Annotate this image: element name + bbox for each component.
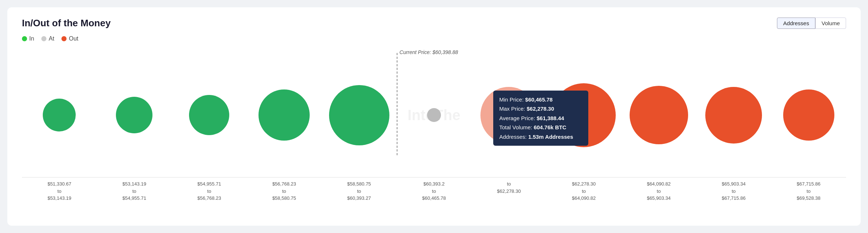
x-label-5-to-word: to xyxy=(397,188,472,195)
tooltip-vol-label: Total Volume: xyxy=(499,124,532,130)
x-label-9: $65,903.34 to $67,715.86 xyxy=(696,180,771,202)
x-label-2-to: $56,768.23 xyxy=(172,195,247,202)
bubble-col-5 xyxy=(397,108,472,122)
bubble-2 xyxy=(189,95,229,135)
x-label-0-to-word: to xyxy=(22,188,97,195)
x-label-8: $64,090.82 to $65,903.34 xyxy=(621,180,696,202)
current-price-label: Current Price: $60,398.88 xyxy=(400,49,458,55)
bubble-1 xyxy=(116,97,152,133)
x-label-2-to-word: to xyxy=(172,188,247,195)
x-label-1-from: $53,143.19 xyxy=(97,180,172,188)
bubbles-row: Min Price: $60,465.78 Max Price: $62,278… xyxy=(22,83,846,147)
legend-at: At xyxy=(41,35,54,42)
x-label-1-to-word: to xyxy=(97,188,172,195)
tooltip-avg-label: Average Price: xyxy=(499,115,535,121)
bubble-col-0 xyxy=(22,99,97,131)
x-label-10-from: $67,715.86 xyxy=(771,180,846,188)
x-label-6-to-word: to xyxy=(471,180,546,188)
bubble-5 xyxy=(427,108,441,122)
tooltip-max-label: Max Price: xyxy=(499,106,525,112)
bubble-3 xyxy=(258,89,310,141)
x-label-0-from: $51,330.67 xyxy=(22,180,97,188)
tooltip-addr-value: 1.53m Addresses xyxy=(528,134,573,140)
bubble-0 xyxy=(43,99,76,131)
bubble-8 xyxy=(630,86,688,144)
tooltip-min-value: $60,465.78 xyxy=(525,96,552,103)
x-label-5: $60,393.2 to $60,465.78 xyxy=(397,180,472,202)
bubble-col-4 xyxy=(322,85,397,145)
volume-button[interactable]: Volume xyxy=(815,18,846,29)
x-label-8-to-word: to xyxy=(621,188,696,195)
x-label-3-to-word: to xyxy=(247,188,322,195)
tooltip-max-value: $62,278.30 xyxy=(527,106,554,112)
x-label-2: $54,955.71 to $56,768.23 xyxy=(172,180,247,202)
tooltip-addresses: Addresses: 1.53m Addresses xyxy=(499,132,582,142)
legend-at-dot xyxy=(41,36,46,41)
x-label-0-to: $53,143.19 xyxy=(22,195,97,202)
x-label-10-to: $69,528.38 xyxy=(771,195,846,202)
x-label-7-from: $62,278.30 xyxy=(546,180,621,188)
x-label-2-from: $54,955.71 xyxy=(172,180,247,188)
x-label-7-to: $64,090.82 xyxy=(546,195,621,202)
bubble-col-8 xyxy=(621,86,696,144)
bubble-10 xyxy=(783,89,834,141)
x-label-1: $53,143.19 to $54,955.71 xyxy=(97,180,172,202)
bubble-4 xyxy=(329,85,389,145)
bubble-col-1 xyxy=(97,97,172,133)
x-label-3-to: $58,580.75 xyxy=(247,195,322,202)
x-label-7: $62,278.30 to $64,090.82 xyxy=(546,180,621,202)
tooltip: Min Price: $60,465.78 Max Price: $62,278… xyxy=(493,91,588,146)
x-label-7-to-word: to xyxy=(546,188,621,195)
bubble-col-6: Min Price: $60,465.78 Max Price: $62,278… xyxy=(471,87,546,144)
chart-container: In/Out of the Money In At Out Addresses … xyxy=(7,7,861,226)
bubble-col-10 xyxy=(771,89,846,141)
x-label-4-from: $58,580.75 xyxy=(322,180,397,188)
legend: In At Out xyxy=(22,35,846,42)
legend-out-dot xyxy=(61,36,67,41)
x-label-10: $67,715.86 to $69,528.38 xyxy=(771,180,846,202)
x-label-9-to: $67,715.86 xyxy=(696,195,771,202)
legend-in-dot xyxy=(22,36,27,41)
chart-title: In/Out of the Money xyxy=(22,18,846,29)
x-label-3-from: $56,768.23 xyxy=(247,180,322,188)
x-label-6: to $62,278.30 xyxy=(471,180,546,202)
legend-at-label: At xyxy=(49,35,54,42)
x-label-4-to: $60,393.27 xyxy=(322,195,397,202)
bubble-9 xyxy=(705,87,762,144)
legend-in: In xyxy=(22,35,34,42)
x-label-8-to: $65,903.34 xyxy=(621,195,696,202)
legend-out: Out xyxy=(61,35,78,42)
x-label-5-to: $60,465.78 xyxy=(397,195,472,202)
x-label-9-to-word: to xyxy=(696,188,771,195)
legend-in-label: In xyxy=(29,35,34,42)
x-labels: $51,330.67 to $53,143.19 $53,143.19 to $… xyxy=(22,180,846,202)
current-price-line: Current Price: $60,398.88 xyxy=(397,53,397,155)
x-label-4-to-word: to xyxy=(322,188,397,195)
tooltip-vol-value: 604.76k BTC xyxy=(534,124,566,130)
bubble-col-2 xyxy=(172,95,247,135)
bubbles-area: IntoThe Current Price: $60,398.88 xyxy=(22,53,846,177)
tooltip-min-label: Min Price: xyxy=(499,96,524,103)
view-toggle: Addresses Volume xyxy=(777,18,846,29)
x-label-1-to: $54,955.71 xyxy=(97,195,172,202)
x-label-6-to: $62,278.30 xyxy=(471,188,546,195)
x-label-10-to-word: to xyxy=(771,188,846,195)
bubble-col-3 xyxy=(247,89,322,141)
legend-out-label: Out xyxy=(69,35,78,42)
tooltip-volume: Total Volume: 604.76k BTC xyxy=(499,123,582,132)
x-label-3: $56,768.23 to $58,580.75 xyxy=(247,180,322,202)
tooltip-addr-label: Addresses: xyxy=(499,134,527,140)
x-label-4: $58,580.75 to $60,393.27 xyxy=(322,180,397,202)
tooltip-max-price: Max Price: $62,278.30 xyxy=(499,104,582,114)
tooltip-avg-value: $61,388.44 xyxy=(537,115,564,121)
axis-line xyxy=(22,177,846,177)
x-label-8-from: $64,090.82 xyxy=(621,180,696,188)
x-label-9-from: $65,903.34 xyxy=(696,180,771,188)
x-label-5-from: $60,393.2 xyxy=(397,180,472,188)
tooltip-min-price: Min Price: $60,465.78 xyxy=(499,95,582,104)
addresses-button[interactable]: Addresses xyxy=(777,18,815,29)
tooltip-avg-price: Average Price: $61,388.44 xyxy=(499,114,582,123)
bubble-col-9 xyxy=(696,87,771,144)
x-label-0: $51,330.67 to $53,143.19 xyxy=(22,180,97,202)
